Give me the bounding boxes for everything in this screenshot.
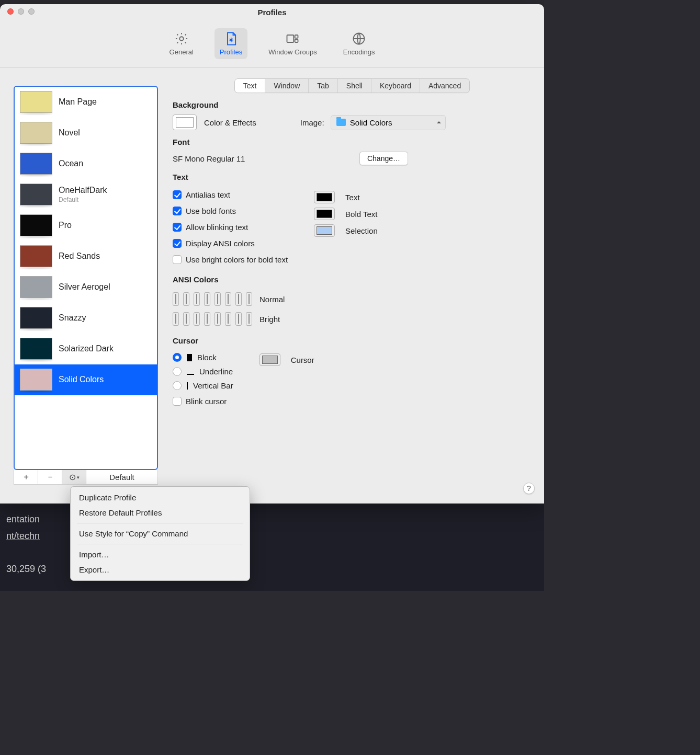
tab-advanced[interactable]: Advanced bbox=[420, 79, 469, 93]
zoom-window-button[interactable] bbox=[28, 8, 35, 15]
close-window-button[interactable] bbox=[7, 8, 14, 15]
profile-item-ocean[interactable]: Ocean bbox=[15, 148, 157, 179]
titlebar: Profiles bbox=[0, 4, 544, 20]
globe-icon bbox=[352, 31, 366, 46]
ansi-bright-well-1[interactable] bbox=[183, 312, 189, 326]
svg-point-0 bbox=[179, 37, 183, 40]
profile-settings-panel: Text Window Tab Shell Keyboard Advanced … bbox=[158, 68, 544, 504]
ansi-heading: ANSI Colors bbox=[173, 275, 532, 284]
toolbar-encodings[interactable]: Encodings bbox=[338, 28, 380, 59]
profile-item-solarized-dark[interactable]: Solarized Dark bbox=[15, 334, 157, 364]
profile-thumb bbox=[20, 307, 52, 329]
folder-icon bbox=[336, 119, 346, 126]
menu-duplicate-profile[interactable]: Duplicate Profile bbox=[71, 490, 250, 505]
profiles-list-toolbar: ＋ － ⊙▾ Default bbox=[14, 470, 158, 485]
ansi-normal-well-2[interactable] bbox=[194, 292, 200, 306]
text-color-well[interactable] bbox=[314, 191, 335, 203]
bold-color-well[interactable] bbox=[314, 208, 335, 220]
ansi-normal-well-5[interactable] bbox=[225, 292, 231, 306]
profile-thumb bbox=[20, 369, 52, 391]
menu-restore-defaults[interactable]: Restore Default Profiles bbox=[71, 505, 250, 520]
help-button[interactable]: ? bbox=[523, 483, 535, 494]
gear-icon bbox=[174, 31, 189, 46]
profile-item-snazzy[interactable]: Snazzy bbox=[15, 303, 157, 334]
ansi-bright-well-3[interactable] bbox=[204, 312, 210, 326]
minimize-window-button[interactable] bbox=[18, 8, 24, 15]
windows-icon bbox=[285, 31, 300, 46]
ansi-normal-well-3[interactable] bbox=[204, 292, 210, 306]
ansi-normal-well-1[interactable] bbox=[183, 292, 189, 306]
bright-bold-checkbox[interactable]: Use bright colors for bold text bbox=[173, 255, 288, 264]
ansi-bright-well-7[interactable] bbox=[246, 312, 252, 326]
ansi-normal-well-0[interactable] bbox=[173, 292, 179, 306]
blinking-checkbox[interactable]: Allow blinking text bbox=[173, 223, 288, 232]
selection-color-well[interactable] bbox=[314, 224, 335, 237]
profile-thumb bbox=[20, 122, 52, 144]
ansi-bright-well-2[interactable] bbox=[194, 312, 200, 326]
svg-rect-3 bbox=[295, 35, 298, 38]
toolbar-general[interactable]: General bbox=[164, 28, 199, 59]
profile-item-novel[interactable]: Novel bbox=[15, 118, 157, 148]
svg-point-1 bbox=[230, 39, 232, 41]
profile-item-onehalfdark[interactable]: OneHalfDarkDefault bbox=[15, 179, 157, 210]
menu-export[interactable]: Export… bbox=[71, 562, 250, 577]
ansi-bright-well-4[interactable] bbox=[214, 312, 221, 326]
tab-window[interactable]: Window bbox=[265, 79, 309, 93]
profile-item-red-sands[interactable]: Red Sands bbox=[15, 241, 157, 272]
remove-profile-button[interactable]: － bbox=[38, 470, 62, 484]
profile-actions-menu: Duplicate Profile Restore Default Profil… bbox=[70, 486, 250, 581]
bold-fonts-checkbox[interactable]: Use bold fonts bbox=[173, 207, 288, 215]
profile-name-label: Pro bbox=[59, 221, 72, 230]
tab-text[interactable]: Text bbox=[235, 79, 266, 93]
ansi-normal-well-4[interactable] bbox=[214, 292, 221, 306]
cursor-vertical-radio[interactable]: Vertical Bar bbox=[173, 381, 233, 390]
settings-tabs: Text Window Tab Shell Keyboard Advanced bbox=[234, 78, 470, 93]
window-title: Profiles bbox=[257, 8, 286, 17]
ansi-normal-well-7[interactable] bbox=[246, 292, 252, 306]
profile-thumb bbox=[20, 153, 52, 175]
cursor-block-radio[interactable]: Block bbox=[173, 353, 233, 362]
ansi-colors-checkbox[interactable]: Display ANSI colors bbox=[173, 239, 288, 248]
background-color-well[interactable] bbox=[173, 115, 197, 130]
profile-item-man-page[interactable]: Man Page bbox=[15, 87, 157, 118]
blink-cursor-checkbox[interactable]: Blink cursor bbox=[173, 397, 233, 406]
tab-keyboard[interactable]: Keyboard bbox=[371, 79, 420, 93]
profile-thumb bbox=[20, 276, 52, 298]
plus-icon: ＋ bbox=[22, 472, 30, 483]
menu-import[interactable]: Import… bbox=[71, 547, 250, 562]
svg-rect-4 bbox=[295, 39, 298, 42]
toolbar-window-groups[interactable]: Window Groups bbox=[263, 28, 322, 59]
tab-tab[interactable]: Tab bbox=[309, 79, 338, 93]
ansi-bright-well-5[interactable] bbox=[225, 312, 231, 326]
profile-name-label: Silver Aerogel bbox=[59, 282, 110, 292]
set-default-button[interactable]: Default bbox=[86, 470, 157, 484]
profile-item-pro[interactable]: Pro bbox=[15, 210, 157, 241]
profile-name-label: Ocean bbox=[59, 159, 83, 168]
profile-thumb bbox=[20, 214, 52, 236]
menu-use-style-copy[interactable]: Use Style for “Copy” Command bbox=[71, 526, 250, 541]
ansi-normal-row bbox=[173, 292, 252, 306]
font-change-button[interactable]: Change… bbox=[359, 152, 408, 165]
profile-item-silver-aerogel[interactable]: Silver Aerogel bbox=[15, 272, 157, 303]
font-value: SF Mono Regular 11 bbox=[173, 154, 245, 163]
profile-actions-button[interactable]: ⊙▾ bbox=[62, 470, 86, 484]
profile-item-solid-colors[interactable]: Solid Colors bbox=[15, 364, 157, 395]
ansi-normal-well-6[interactable] bbox=[235, 292, 242, 306]
ansi-bright-well-0[interactable] bbox=[173, 312, 179, 326]
profile-thumb bbox=[20, 91, 52, 113]
tab-shell[interactable]: Shell bbox=[338, 79, 371, 93]
background-image-popup[interactable]: Solid Colors bbox=[331, 115, 446, 130]
antialias-checkbox[interactable]: Antialias text bbox=[173, 190, 288, 199]
profile-name-label: Man Page bbox=[59, 97, 97, 107]
toolbar-profiles[interactable]: Profiles bbox=[214, 28, 247, 59]
profile-name-label: Novel bbox=[59, 128, 80, 138]
svg-rect-2 bbox=[287, 35, 294, 42]
profile-default-label: Default bbox=[59, 196, 107, 203]
cursor-underline-radio[interactable]: Underline bbox=[173, 367, 233, 376]
cursor-color-well[interactable] bbox=[259, 353, 280, 366]
profiles-list[interactable]: Man PageNovelOceanOneHalfDarkDefaultProR… bbox=[14, 86, 158, 470]
profile-name-label: OneHalfDark bbox=[59, 186, 107, 195]
add-profile-button[interactable]: ＋ bbox=[14, 470, 38, 484]
file-gear-icon bbox=[224, 31, 239, 46]
ansi-bright-well-6[interactable] bbox=[235, 312, 242, 326]
